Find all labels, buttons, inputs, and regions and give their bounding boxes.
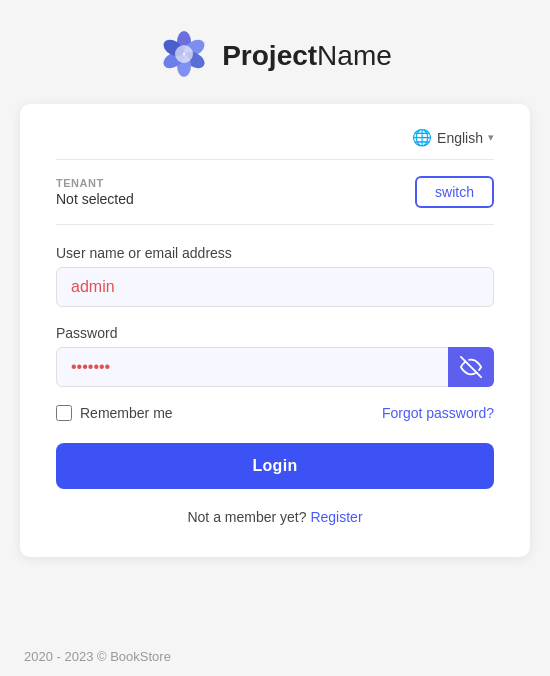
eye-slash-icon [460, 356, 482, 378]
footer-text: 2020 - 2023 © BookStore [24, 649, 171, 664]
forgot-password-link[interactable]: Forgot password? [382, 405, 494, 421]
password-input[interactable] [56, 347, 494, 387]
tenant-info: TENANT Not selected [56, 177, 134, 207]
footer: 2020 - 2023 © BookStore [0, 637, 550, 676]
password-toggle-button[interactable] [448, 347, 494, 387]
username-input[interactable] [56, 267, 494, 307]
tenant-row: TENANT Not selected switch [56, 176, 494, 225]
header: ProjectName [158, 0, 392, 104]
register-link[interactable]: Register [310, 509, 362, 525]
switch-button[interactable]: switch [415, 176, 494, 208]
svg-point-7 [175, 45, 193, 63]
username-input-wrapper [56, 267, 494, 307]
password-group: Password [56, 325, 494, 387]
remember-me-checkbox[interactable] [56, 405, 72, 421]
remember-me-label[interactable]: Remember me [56, 405, 173, 421]
language-label: English [437, 130, 483, 146]
remember-me-text: Remember me [80, 405, 173, 421]
chevron-down-icon: ▾ [488, 131, 494, 144]
logo-icon [158, 28, 210, 84]
language-selector[interactable]: 🌐 English ▾ [412, 128, 494, 147]
register-row: Not a member yet? Register [56, 509, 494, 525]
username-label: User name or email address [56, 245, 494, 261]
password-label: Password [56, 325, 494, 341]
tenant-label: TENANT [56, 177, 134, 189]
globe-icon: 🌐 [412, 128, 432, 147]
tenant-value: Not selected [56, 191, 134, 207]
register-text: Not a member yet? [187, 509, 306, 525]
divider-top [56, 159, 494, 160]
username-group: User name or email address [56, 245, 494, 307]
login-button[interactable]: Login [56, 443, 494, 489]
language-row: 🌐 English ▾ [56, 128, 494, 147]
password-input-wrapper [56, 347, 494, 387]
options-row: Remember me Forgot password? [56, 405, 494, 421]
app-title: ProjectName [222, 40, 392, 72]
login-card: 🌐 English ▾ TENANT Not selected switch U… [20, 104, 530, 557]
